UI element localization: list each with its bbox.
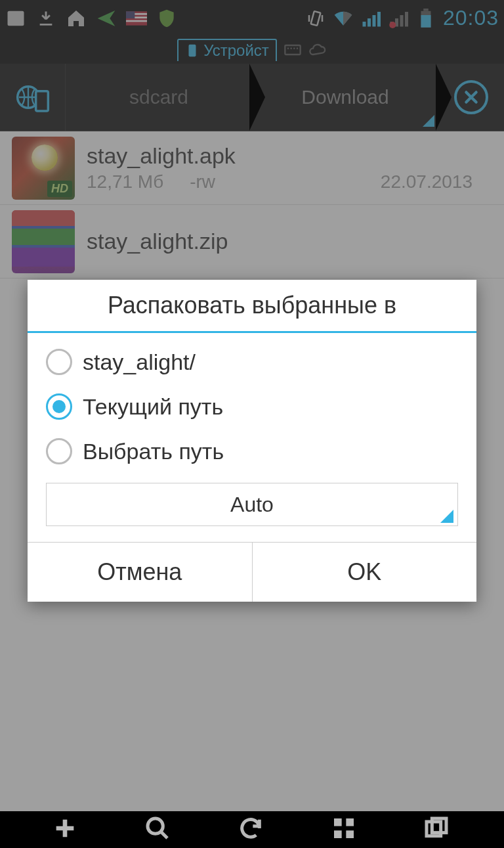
svg-rect-32 xyxy=(346,830,354,838)
svg-rect-30 xyxy=(346,818,354,826)
search-icon[interactable] xyxy=(144,815,173,844)
grid-icon[interactable] xyxy=(331,815,360,844)
add-icon[interactable] xyxy=(52,815,81,844)
radio-option-folder[interactable]: stay_alight/ xyxy=(43,340,461,384)
ok-button[interactable]: OK xyxy=(253,543,477,602)
radio-label: Выбрать путь xyxy=(83,439,224,464)
radio-option-current[interactable]: Текущий путь xyxy=(43,384,461,429)
cancel-button[interactable]: Отмена xyxy=(28,543,253,602)
radio-unchecked-icon xyxy=(46,438,72,464)
bottom-toolbar xyxy=(0,811,504,848)
radio-label: Текущий путь xyxy=(83,394,223,420)
svg-rect-31 xyxy=(334,830,342,838)
radio-label: stay_alight/ xyxy=(83,349,196,375)
dialog-title: Распаковать выбранные в xyxy=(28,280,476,333)
radio-option-choose[interactable]: Выбрать путь xyxy=(43,429,461,474)
select-value: Auto xyxy=(230,493,274,517)
radio-checked-icon xyxy=(46,393,72,420)
svg-rect-29 xyxy=(334,818,342,826)
extract-dialog: Распаковать выбранные в stay_alight/ Тек… xyxy=(28,280,476,602)
windows-icon[interactable] xyxy=(423,815,452,844)
dropdown-indicator-icon xyxy=(440,510,453,523)
refresh-icon[interactable] xyxy=(238,815,266,844)
radio-unchecked-icon xyxy=(46,349,72,375)
encoding-select[interactable]: Auto xyxy=(46,483,458,526)
svg-point-28 xyxy=(148,818,163,834)
